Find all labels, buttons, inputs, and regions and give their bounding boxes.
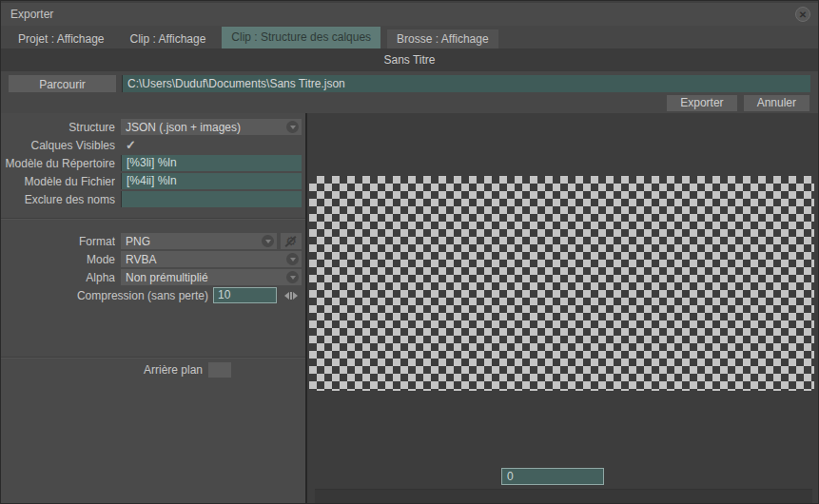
folder-template-label: Modèle du Répertoire [1, 157, 115, 170]
cancel-button[interactable]: Annuler [744, 95, 809, 111]
folder-template-row: Modèle du Répertoire [%3li] %ln [1, 154, 305, 172]
preview-scrollbar[interactable] [315, 489, 812, 503]
close-icon[interactable]: ✕ [795, 7, 810, 22]
frame-number-field[interactable]: 0 [501, 468, 604, 485]
section-separator [1, 218, 305, 220]
file-template-label: Modèle du Fichier [1, 175, 115, 188]
preview-panel: 0 [307, 113, 818, 504]
visible-layers-checkbox[interactable]: ✓ [126, 138, 136, 152]
export-path-field[interactable]: C:\Users\Duduf\Documents\Sans Titre.json [122, 75, 810, 92]
tab-projet-affichage[interactable]: Projet : Affichage [9, 29, 114, 48]
chevron-down-icon [286, 253, 299, 265]
visible-layers-label: Calques Visibles [1, 139, 115, 152]
exclude-names-label: Exclure des noms [1, 193, 115, 206]
left-right-stepper-icon[interactable] [284, 291, 298, 300]
browse-button[interactable]: Parcourir [9, 75, 116, 92]
alpha-row: Alpha Non prémultiplié [1, 268, 305, 286]
transparency-checkerboard-preview [309, 176, 814, 391]
file-template-field[interactable]: [%4ii] %ln [121, 173, 302, 189]
file-template-row: Modèle du Fichier [%4ii] %ln [1, 172, 305, 190]
exclude-names-field[interactable] [121, 191, 302, 207]
background-label: Arrière plan [1, 363, 203, 377]
exclude-names-row: Exclure des noms [1, 190, 305, 208]
title-bar: Exporter ✕ [1, 1, 818, 26]
window-title: Exporter [10, 8, 795, 21]
mode-label: Mode [1, 253, 115, 266]
structure-value: JSON (.json + images) [126, 121, 286, 134]
compression-row: Compression (sans perte) 10 [1, 286, 305, 304]
action-row: Exporter Annuler [1, 95, 818, 111]
format-settings-button[interactable]: ⚙ [281, 233, 302, 249]
export-button[interactable]: Exporter [667, 95, 736, 111]
document-title: Sans Titre [1, 48, 818, 71]
tab-clip-structure-calques[interactable]: Clip : Structure des calques [222, 27, 380, 48]
options-panel: Structure JSON (.json + images) Calques … [1, 113, 305, 504]
chevron-down-icon [286, 271, 299, 283]
browse-row: Parcourir C:\Users\Duduf\Documents\Sans … [1, 75, 818, 92]
compression-label: Compression (sans perte) [1, 289, 208, 302]
chevron-down-icon [262, 235, 274, 247]
format-row: Format PNG ⚙ [1, 232, 305, 250]
tab-clip-affichage[interactable]: Clip : Affichage [121, 29, 216, 48]
visible-layers-row: Calques Visibles ✓ [1, 136, 305, 154]
tab-bar: Projet : Affichage Clip : Affichage Clip… [1, 26, 818, 48]
section-separator [1, 357, 305, 359]
tab-brosse-affichage[interactable]: Brosse : Affichage [387, 29, 498, 48]
format-dropdown[interactable]: PNG [121, 233, 277, 249]
structure-label: Structure [1, 121, 115, 134]
format-value: PNG [126, 235, 262, 248]
content-area: Structure JSON (.json + images) Calques … [1, 113, 818, 504]
mode-value: RVBA [126, 253, 286, 266]
folder-template-field[interactable]: [%3li] %ln [121, 155, 302, 171]
structure-row: Structure JSON (.json + images) [1, 118, 305, 136]
alpha-value: Non prémultiplié [126, 271, 286, 284]
mode-row: Mode RVBA [1, 250, 305, 268]
structure-dropdown[interactable]: JSON (.json + images) [121, 119, 302, 135]
mode-dropdown[interactable]: RVBA [121, 251, 302, 267]
compression-field[interactable]: 10 [213, 287, 277, 303]
gear-icon: ⚙ [285, 235, 297, 247]
format-label: Format [1, 235, 115, 248]
background-color-swatch[interactable] [208, 362, 231, 378]
alpha-dropdown[interactable]: Non prémultiplié [121, 269, 302, 285]
background-row: Arrière plan [1, 360, 305, 378]
export-dialog: Exporter ✕ Projet : Affichage Clip : Aff… [0, 0, 819, 504]
alpha-label: Alpha [1, 271, 115, 284]
chevron-down-icon [286, 121, 299, 133]
